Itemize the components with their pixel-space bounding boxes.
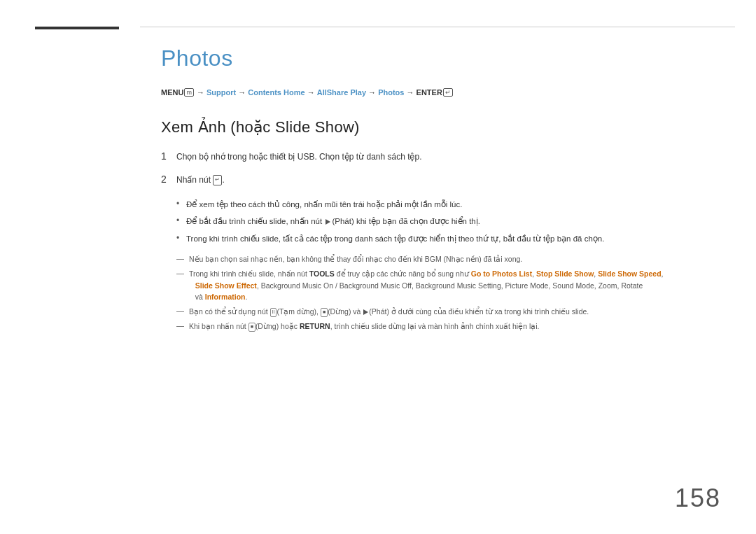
bullet-3: • Trong khi trình chiếu slide, tất cả cá… bbox=[176, 232, 721, 245]
note-2-text: Trong khi trình chiếu slide, nhấn nút TO… bbox=[189, 268, 664, 302]
menu-photos: Photos bbox=[378, 88, 404, 97]
note-dash-4: — bbox=[176, 321, 189, 330]
notes-container: — Nếu bạn chọn sai nhạc nền, bạn không t… bbox=[176, 253, 721, 332]
note-1-text: Nếu bạn chọn sai nhạc nền, bạn không thể… bbox=[189, 253, 522, 265]
note-3: — Bạn có thể sử dụng nút II(Tạm dừng), ■… bbox=[176, 306, 721, 317]
note-3-text: Bạn có thể sử dụng nút II(Tạm dừng), ■(D… bbox=[189, 306, 589, 317]
bullet-dot-3: • bbox=[176, 233, 186, 243]
zoom: Zoom bbox=[598, 281, 617, 290]
note-dash-3: — bbox=[176, 307, 189, 315]
step-2-text: Nhấn nút ↵. bbox=[176, 174, 225, 187]
bullet-1: • Để xem tệp theo cách thủ công, nhấn mũ… bbox=[176, 198, 721, 211]
pause-btn-icon: II bbox=[270, 308, 277, 317]
menu-separator-1: → bbox=[197, 88, 206, 97]
stop-btn-icon-2: ■ bbox=[248, 323, 255, 332]
page-number: 158 bbox=[675, 484, 721, 513]
note-dash-1: — bbox=[176, 254, 189, 262]
menu-separator-5: → bbox=[407, 88, 416, 97]
tools-item-2: Stop Slide Show bbox=[536, 269, 594, 278]
bullet-dot-1: • bbox=[176, 199, 186, 209]
main-content: Photos MENUm → Support → Contents Home →… bbox=[161, 45, 721, 336]
note-4: — Khi bạn nhấn nút ■(Dừng) hoặc RETURN, … bbox=[176, 321, 721, 332]
note-2: — Trong khi trình chiếu slide, nhấn nút … bbox=[176, 268, 721, 302]
left-sidebar bbox=[0, 0, 140, 534]
menu-contents-home: Contents Home bbox=[248, 88, 304, 97]
menu-icon: m bbox=[184, 88, 194, 97]
steps-container: 1 Chọn bộ nhớ trong hoặc thiết bị USB. C… bbox=[161, 150, 721, 187]
tools-keyword: TOOLS bbox=[309, 269, 335, 278]
step-1-text: Chọn bộ nhớ trong hoặc thiết bị USB. Chọ… bbox=[176, 150, 422, 164]
sidebar-accent bbox=[35, 27, 119, 29]
tools-item-3: Slide Show Speed bbox=[598, 269, 661, 278]
play-btn-icon bbox=[363, 309, 368, 315]
bgm-setting: Background Music Setting bbox=[416, 281, 501, 290]
bullet-1-text: Để xem tệp theo cách thủ công, nhấn mũi … bbox=[186, 198, 462, 211]
picture-mode: Picture Mode bbox=[505, 281, 549, 290]
bgm-off: Background Music Off bbox=[340, 281, 412, 290]
bullets-container: • Để xem tệp theo cách thủ công, nhấn mũ… bbox=[176, 198, 721, 245]
menu-separator-2: → bbox=[238, 88, 248, 97]
bullet-3-text: Trong khi trình chiếu slide, tất cả các … bbox=[186, 232, 604, 245]
return-keyword: RETURN bbox=[300, 322, 330, 330]
rotate: Rotate bbox=[621, 281, 643, 290]
step-1: 1 Chọn bộ nhớ trong hoặc thiết bị USB. C… bbox=[161, 150, 721, 164]
button-icon: ↵ bbox=[213, 175, 222, 185]
menu-path: MENUm → Support → Contents Home → AllSha… bbox=[161, 87, 721, 99]
page-title: Photos bbox=[161, 45, 721, 71]
play-icon bbox=[326, 219, 330, 225]
step-2: 2 Nhấn nút ↵. bbox=[161, 174, 721, 187]
bgm-on: Background Music On bbox=[261, 281, 333, 290]
menu-prefix: MENU bbox=[161, 88, 183, 97]
section-title: Xem Ảnh (hoặc Slide Show) bbox=[161, 118, 721, 136]
step-2-number: 2 bbox=[161, 174, 176, 185]
note-dash-2: — bbox=[176, 269, 189, 277]
step-1-number: 1 bbox=[161, 150, 176, 162]
tools-item-info: Information bbox=[205, 293, 246, 301]
tools-item-4: Slide Show Effect bbox=[195, 281, 257, 290]
menu-support: Support bbox=[206, 88, 236, 97]
menu-separator-4: → bbox=[368, 88, 378, 97]
menu-separator-3: → bbox=[307, 88, 317, 97]
sound-mode: Sound Mode bbox=[552, 281, 594, 290]
menu-allshare: AllShare Play bbox=[317, 88, 366, 97]
bullet-2-text: Để bắt đầu trình chiếu slide, nhấn nút (… bbox=[186, 215, 480, 227]
menu-enter: ENTER bbox=[416, 88, 442, 97]
note-4-text: Khi bạn nhấn nút ■(Dừng) hoặc RETURN, tr… bbox=[189, 321, 539, 332]
tools-item-1: Go to Photos List bbox=[471, 269, 533, 278]
top-divider bbox=[140, 27, 735, 27]
enter-icon: ↵ bbox=[443, 88, 453, 97]
bullet-dot-2: • bbox=[176, 216, 186, 225]
note-1: — Nếu bạn chọn sai nhạc nền, bạn không t… bbox=[176, 253, 721, 265]
bullet-2: • Để bắt đầu trình chiếu slide, nhấn nút… bbox=[176, 215, 721, 227]
stop-btn-icon: ■ bbox=[321, 308, 328, 317]
